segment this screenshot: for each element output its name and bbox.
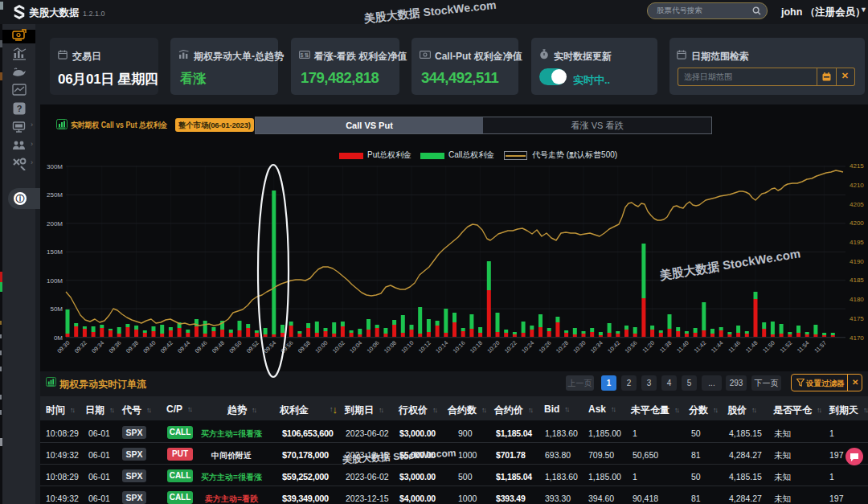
svg-text:50M: 50M xyxy=(50,305,63,313)
svg-text:09:44: 09:44 xyxy=(176,339,191,354)
svg-text:100M: 100M xyxy=(47,277,63,285)
svg-text:09:58: 09:58 xyxy=(297,339,312,354)
svg-text:11:20: 11:20 xyxy=(641,339,656,354)
svg-text:09:30: 09:30 xyxy=(55,339,71,354)
svg-text:10:24: 10:24 xyxy=(520,339,535,354)
svg-text:11:44: 11:44 xyxy=(710,339,725,354)
svg-text:10:14: 10:14 xyxy=(434,339,449,354)
svg-text:10:56: 10:56 xyxy=(624,339,639,354)
svg-text:11:57: 11:57 xyxy=(813,339,828,354)
svg-text:300M: 300M xyxy=(47,163,63,170)
svg-text:250M: 250M xyxy=(47,191,63,199)
svg-text:4210: 4210 xyxy=(850,182,864,189)
svg-text:09:34: 09:34 xyxy=(90,339,105,354)
svg-text:11:50: 11:50 xyxy=(761,339,776,354)
svg-text:10:42: 10:42 xyxy=(606,339,621,354)
svg-text:10:00: 10:00 xyxy=(313,339,329,354)
svg-text:11:40: 11:40 xyxy=(675,339,690,354)
svg-text:10:12: 10:12 xyxy=(417,339,432,354)
svg-text:09:38: 09:38 xyxy=(125,339,140,354)
svg-text:10:18: 10:18 xyxy=(469,339,484,354)
svg-text:10:34: 10:34 xyxy=(589,339,604,354)
svg-text:4185: 4185 xyxy=(850,277,864,284)
svg-text:11:38: 11:38 xyxy=(658,339,674,354)
svg-text:0M: 0M xyxy=(54,334,63,342)
svg-text:4195: 4195 xyxy=(850,239,864,246)
svg-text:10:22: 10:22 xyxy=(503,339,518,354)
svg-text:10:30: 10:30 xyxy=(571,339,587,354)
svg-text:09:42: 09:42 xyxy=(159,339,174,354)
svg-text:11:42: 11:42 xyxy=(693,339,708,354)
svg-text:09:54: 09:54 xyxy=(262,339,277,354)
svg-text:10:10: 10:10 xyxy=(399,339,415,354)
svg-text:09:56: 09:56 xyxy=(280,339,295,354)
svg-text:10:06: 10:06 xyxy=(366,339,381,354)
svg-text:4170: 4170 xyxy=(850,334,864,342)
svg-text:200M: 200M xyxy=(47,220,63,227)
svg-text:4180: 4180 xyxy=(850,296,864,303)
svg-text:10:28: 10:28 xyxy=(555,339,570,354)
svg-text:4175: 4175 xyxy=(850,315,864,322)
svg-text:10:04: 10:04 xyxy=(348,339,363,354)
svg-text:09:46: 09:46 xyxy=(194,339,209,354)
svg-text:10:26: 10:26 xyxy=(538,339,553,354)
svg-text:11:54: 11:54 xyxy=(796,339,811,354)
svg-text:09:32: 09:32 xyxy=(73,339,88,354)
svg-text:09:50: 09:50 xyxy=(227,339,243,354)
svg-text:4200: 4200 xyxy=(850,219,864,227)
svg-text:4215: 4215 xyxy=(850,162,864,170)
svg-text:11:52: 11:52 xyxy=(779,339,794,354)
svg-text:10:08: 10:08 xyxy=(383,339,398,354)
svg-text:10:20: 10:20 xyxy=(485,339,501,354)
svg-text:4190: 4190 xyxy=(850,258,864,265)
svg-text:10:02: 10:02 xyxy=(331,339,346,354)
svg-text:09:48: 09:48 xyxy=(211,339,226,354)
svg-text:11:46: 11:46 xyxy=(727,339,742,354)
svg-text:10:16: 10:16 xyxy=(452,339,467,354)
svg-text:09:40: 09:40 xyxy=(141,339,157,354)
svg-text:11:48: 11:48 xyxy=(744,339,760,354)
svg-text:09:52: 09:52 xyxy=(245,339,260,354)
svg-text:150M: 150M xyxy=(47,248,63,256)
svg-text:09:36: 09:36 xyxy=(108,339,123,354)
svg-text:4205: 4205 xyxy=(850,201,864,208)
